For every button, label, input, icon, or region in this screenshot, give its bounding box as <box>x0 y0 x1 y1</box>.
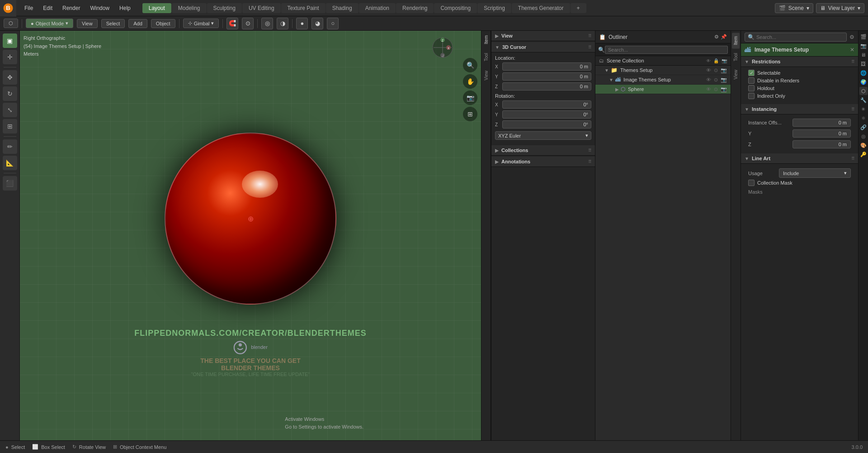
measure-tool[interactable]: 📐 <box>3 156 17 170</box>
tab-uv-editing[interactable]: UV Editing <box>242 3 281 13</box>
scale-tool[interactable]: ⤡ <box>3 103 17 117</box>
viewport-shading-material[interactable]: ◕ <box>311 18 323 29</box>
status-select[interactable]: ● Select <box>5 444 25 450</box>
cursor-tool[interactable]: ✛ <box>3 50 17 64</box>
outliner-item-sphere[interactable]: ▶ ⬡ Sphere 👁 ⊙ 📷 <box>595 85 731 94</box>
image-themes-vis[interactable]: 👁 <box>706 77 711 83</box>
rotate-tool[interactable]: ↻ <box>3 86 17 101</box>
transform-orientations[interactable]: ⊹ Gimbal ▾ <box>183 19 219 28</box>
status-object-context[interactable]: ⊞ Object Context Menu <box>113 444 166 450</box>
viewport-compass[interactable]: Z X -Z <box>431 36 454 59</box>
sphere-restrict[interactable]: ⊙ <box>714 86 718 92</box>
tab-sculpting[interactable]: Sculpting <box>207 3 242 13</box>
file-menu[interactable]: File <box>20 3 38 13</box>
window-menu[interactable]: Window <box>85 3 114 13</box>
grid-btn[interactable]: ⊞ <box>463 107 477 121</box>
view-section-header[interactable]: ▶ View ⠿ <box>491 31 595 41</box>
add-cube-tool[interactable]: ⬛ <box>3 176 17 191</box>
xray-toggle[interactable]: ◑ <box>277 18 288 29</box>
restrictions-header[interactable]: ▼ Restrictions ⠿ <box>741 57 858 67</box>
proportional-edit[interactable]: ⊙ <box>242 18 254 29</box>
status-rotate-view[interactable]: ↻ Rotate View <box>72 444 106 450</box>
strip-tab-item[interactable]: Item <box>482 31 490 48</box>
rotation-mode-dropdown[interactable]: XYZ Euler ▾ <box>495 131 591 140</box>
loc-z-input[interactable]: 0 m <box>502 82 591 91</box>
camera-btn[interactable]: 📷 <box>463 91 477 105</box>
disable-renders-checkbox[interactable] <box>748 77 755 84</box>
outliner-item-image-themes[interactable]: ▼ 🏙 Image Themes Setup 👁 ⊙ 📷 <box>595 75 731 85</box>
scene2-props-icon[interactable]: 🌐 <box>859 69 868 77</box>
object-close-btn[interactable]: ✕ <box>850 47 854 53</box>
prop-search-input[interactable] <box>756 34 844 40</box>
strip-item-tab[interactable]: Item <box>732 33 740 48</box>
mode-selector[interactable]: ● Object Mode ▾ <box>26 19 73 28</box>
zoom-in-btn[interactable]: 🔍 <box>463 58 477 72</box>
strip-tab-view[interactable]: View <box>482 66 490 85</box>
editor-type-button[interactable]: ⬡ <box>4 19 18 28</box>
sphere-vis[interactable]: 👁 <box>706 86 711 92</box>
outliner-search-input[interactable] <box>605 46 728 54</box>
strip-tab-tool[interactable]: Tool <box>482 48 490 66</box>
themes-setup-restrict[interactable]: ⊙ <box>714 67 718 73</box>
tab-rendering[interactable]: Rendering <box>396 3 434 13</box>
indirect-only-checkbox[interactable] <box>748 93 755 99</box>
scene-props-icon[interactable]: 🎬 <box>859 33 868 41</box>
scene-col-render-icon[interactable]: 📷 <box>722 58 727 63</box>
object-props-icon[interactable]: ⬡ <box>859 87 868 95</box>
scene-selector[interactable]: 🎬 Scene ▾ <box>775 3 813 13</box>
collections-section-header[interactable]: ▶ Collections ⠿ <box>491 145 595 156</box>
outliner-pin-btn[interactable]: 📌 <box>721 34 727 40</box>
strip-tool-tab[interactable]: Tool <box>732 49 740 65</box>
constraints-props-icon[interactable]: 🔗 <box>859 123 868 131</box>
shape-keys-props-icon[interactable]: 🔑 <box>859 150 868 158</box>
tab-compositing[interactable]: Compositing <box>434 3 477 13</box>
image-themes-render[interactable]: 📷 <box>721 77 727 83</box>
annotate-tool[interactable]: ✏ <box>3 139 17 154</box>
instance-offs-z-val[interactable]: 0 m <box>793 140 851 148</box>
outliner-item-themes-setup[interactable]: ▼ 📁 Themes Setup 👁 ⊙ 📷 <box>595 66 731 75</box>
rot-y-input[interactable]: 0° <box>502 110 591 119</box>
help-menu[interactable]: Help <box>115 3 135 13</box>
rot-z-input[interactable]: 0° <box>502 120 591 129</box>
overlay-toggle[interactable]: ◎ <box>261 18 273 29</box>
tab-animation[interactable]: Animation <box>359 3 396 13</box>
render-menu[interactable]: Render <box>58 3 85 13</box>
selectable-checkbox[interactable]: ✓ <box>748 70 755 76</box>
pan-btn[interactable]: ✋ <box>463 74 477 89</box>
strip-view-tab[interactable]: View <box>732 66 740 83</box>
line-art-header[interactable]: ▼ Line Art ⠿ <box>741 153 858 164</box>
output-props-icon[interactable]: 🖥 <box>859 51 868 59</box>
image-themes-restrict[interactable]: ⊙ <box>714 77 718 83</box>
select-box-tool[interactable]: ▣ <box>3 33 17 48</box>
modifier-props-icon[interactable]: 🔧 <box>859 96 868 104</box>
particles-props-icon[interactable]: ✳ <box>859 105 868 113</box>
collection-mask-checkbox[interactable] <box>748 180 755 186</box>
view-layer-props-icon[interactable]: 🖼 <box>859 60 868 68</box>
scene-col-restrict-icon[interactable]: 🔒 <box>713 58 719 63</box>
outliner-filter-btn[interactable]: ⚙ <box>714 34 719 40</box>
status-box-select[interactable]: ⬜ Box Select <box>32 444 65 450</box>
holdout-checkbox[interactable] <box>748 85 755 91</box>
tab-texture-paint[interactable]: Texture Paint <box>281 3 326 13</box>
scene-col-vis-icon[interactable]: 👁 <box>706 58 711 63</box>
add-menu-btn[interactable]: Add <box>128 19 147 28</box>
world-props-icon[interactable]: 🌍 <box>859 78 868 86</box>
viewport-3d[interactable]: Right Orthographic (54) Image Themes Set… <box>20 31 481 440</box>
viewport-shading-rendered[interactable]: ○ <box>327 18 339 29</box>
instancing-header[interactable]: ▼ Instancing ⠿ <box>741 104 858 114</box>
instance-offs-x-val[interactable]: 0 m <box>793 119 851 127</box>
select-menu-btn[interactable]: Select <box>101 19 125 28</box>
tab-themes-generator[interactable]: Themes Generator <box>512 3 570 13</box>
sphere-render[interactable]: 📷 <box>721 86 727 92</box>
tab-scripting[interactable]: Scripting <box>477 3 511 13</box>
viewport-shading-solid[interactable]: ● <box>296 18 308 29</box>
edit-menu[interactable]: Edit <box>38 3 57 13</box>
add-workspace-tab[interactable]: + <box>571 3 586 13</box>
tab-shading[interactable]: Shading <box>326 3 359 13</box>
cursor-section-header[interactable]: ▼ 3D Cursor ⠿ <box>491 42 595 52</box>
themes-setup-vis[interactable]: 👁 <box>706 67 711 73</box>
themes-setup-render[interactable]: 📷 <box>721 67 727 73</box>
tab-layout[interactable]: Layout <box>142 3 171 13</box>
object-menu-btn[interactable]: Object <box>151 19 175 28</box>
view-menu-btn[interactable]: View <box>77 19 98 28</box>
